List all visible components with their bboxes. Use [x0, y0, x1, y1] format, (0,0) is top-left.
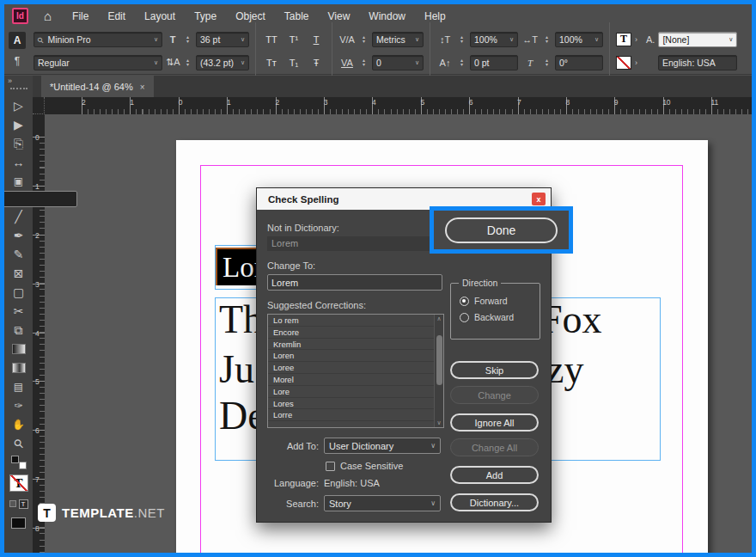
- suggestion-item[interactable]: Lores: [268, 398, 443, 410]
- menu-layout[interactable]: Layout: [144, 10, 175, 22]
- change-all-button[interactable]: Change All: [450, 438, 539, 456]
- type-tool[interactable]: T: [0, 191, 77, 207]
- eyedropper-tool[interactable]: ✑: [4, 396, 33, 415]
- screen-mode-button[interactable]: [4, 513, 33, 532]
- font-size-stepper[interactable]: ▴▾: [183, 35, 192, 44]
- menu-edit[interactable]: Edit: [107, 10, 125, 22]
- suggestions-scrollbar[interactable]: ∧ ∨: [434, 315, 443, 427]
- pen-tool[interactable]: ✒: [4, 226, 33, 245]
- vertical-scale-icon: ↕T: [436, 34, 454, 45]
- direct-selection-tool[interactable]: ▶: [4, 115, 33, 134]
- ignore-all-button[interactable]: Ignore All: [450, 413, 539, 432]
- tab-close-icon[interactable]: ×: [140, 83, 145, 92]
- suggestion-item[interactable]: Loree: [268, 362, 443, 374]
- scroll-down-icon[interactable]: ∨: [435, 419, 443, 427]
- baseline-shift-combo[interactable]: 0 pt: [470, 55, 518, 70]
- menu-help[interactable]: Help: [424, 10, 446, 22]
- baseline-shift-stepper[interactable]: ▴▾: [457, 58, 466, 67]
- fill-expand-icon[interactable]: ›: [635, 35, 637, 44]
- done-button[interactable]: Done: [445, 217, 558, 243]
- stroke-expand-icon[interactable]: ›: [635, 58, 637, 67]
- document-tab[interactable]: *Untitled-14 @ 64% ×: [41, 76, 154, 98]
- menu-window[interactable]: Window: [369, 10, 405, 22]
- scissors-tool[interactable]: ✂: [4, 302, 33, 321]
- rectangle-tool[interactable]: ▢: [4, 283, 33, 302]
- strikethrough-button[interactable]: Ŧ: [307, 55, 326, 70]
- dictionary-button[interactable]: Dictionary...: [450, 493, 539, 511]
- swap-fill-stroke[interactable]: [4, 453, 33, 472]
- leading-stepper[interactable]: ▴▾: [183, 58, 192, 67]
- horizontal-scale-combo[interactable]: 100%∨: [555, 32, 603, 47]
- character-style-combo[interactable]: [None]∨: [658, 32, 737, 47]
- apply-to-row[interactable]: T: [4, 494, 33, 513]
- vertical-scale-combo[interactable]: 100%∨: [470, 32, 518, 47]
- text-none-fill-icon: T: [9, 474, 28, 492]
- skew-stepper[interactable]: ▴▾: [542, 58, 552, 67]
- gradient-swatch-tool[interactable]: [4, 340, 33, 358]
- change-button[interactable]: Change: [450, 386, 539, 404]
- vertical-scale-stepper[interactable]: ▴▾: [457, 35, 466, 44]
- suggestion-item[interactable]: Encore: [268, 327, 443, 339]
- panel-expand-icon[interactable]: »: [8, 77, 12, 85]
- search-dropdown[interactable]: Story∨: [324, 495, 441, 511]
- character-formatting-button[interactable]: A: [9, 32, 26, 49]
- note-tool[interactable]: ▤: [4, 377, 33, 396]
- line-tool[interactable]: ╱: [4, 207, 33, 226]
- backward-radio[interactable]: [460, 313, 469, 322]
- underline-button[interactable]: T: [307, 32, 326, 47]
- paragraph-formatting-button[interactable]: ¶: [9, 52, 26, 70]
- ruler-origin-box[interactable]: [33, 97, 45, 114]
- case-sensitive-checkbox[interactable]: [326, 462, 335, 471]
- font-family-combo[interactable]: ⚲ Minion Pro∨: [34, 32, 162, 47]
- suggestion-item[interactable]: Lorre: [268, 409, 443, 421]
- language-combo[interactable]: English: USA: [658, 55, 737, 70]
- home-icon[interactable]: ⌂: [44, 9, 52, 23]
- skip-button[interactable]: Skip: [450, 361, 539, 379]
- suggestion-item[interactable]: Morel: [268, 374, 443, 386]
- menu-view[interactable]: View: [328, 10, 351, 22]
- frame-tool[interactable]: ⊠: [4, 264, 33, 283]
- subscript-button[interactable]: T₁: [284, 55, 303, 70]
- skew-combo[interactable]: 0°: [555, 55, 603, 70]
- menu-object[interactable]: Object: [235, 10, 265, 22]
- superscript-button[interactable]: T¹: [284, 32, 303, 47]
- horizontal-scale-stepper[interactable]: ▴▾: [542, 35, 552, 44]
- pencil-tool[interactable]: ✎: [4, 245, 33, 264]
- forward-radio[interactable]: [460, 297, 469, 306]
- selection-tool[interactable]: ▷: [4, 96, 33, 115]
- text-fill-swatch[interactable]: T: [616, 33, 631, 46]
- all-caps-button[interactable]: TT: [262, 32, 281, 47]
- suggestion-item[interactable]: Lo rem: [268, 315, 443, 327]
- font-size-combo[interactable]: 36 pt∨: [196, 32, 249, 47]
- add-button[interactable]: Add: [450, 466, 539, 484]
- dialog-close-button[interactable]: x: [532, 193, 546, 205]
- scrollbar-thumb[interactable]: [436, 335, 442, 385]
- gradient-feather-tool[interactable]: [4, 358, 33, 377]
- scroll-up-icon[interactable]: ∧: [435, 315, 443, 323]
- leading-combo[interactable]: (43.2 pt)∨: [196, 55, 249, 70]
- change-to-input[interactable]: [267, 274, 442, 291]
- suggestion-item[interactable]: Kremlin: [268, 339, 443, 351]
- page-tool[interactable]: ⎘: [4, 134, 33, 153]
- suggestions-list[interactable]: Lo rem Encore Kremlin Loren Loree Morel …: [267, 314, 444, 428]
- menu-table[interactable]: Table: [284, 10, 309, 22]
- free-transform-tool[interactable]: ⧉: [4, 321, 33, 340]
- small-caps-button[interactable]: Tᴛ: [262, 55, 281, 70]
- vertical-ruler[interactable]: 012345678: [33, 114, 45, 553]
- text-fill-indicator[interactable]: T: [4, 472, 33, 494]
- content-collector-tool[interactable]: ▣: [4, 172, 33, 191]
- tracking-stepper[interactable]: ▴▾: [359, 58, 369, 67]
- suggestion-item[interactable]: Lore: [268, 386, 443, 398]
- text-stroke-swatch[interactable]: [616, 56, 631, 70]
- suggestion-item[interactable]: Loren: [268, 350, 443, 362]
- menu-file[interactable]: File: [72, 10, 88, 22]
- menu-type[interactable]: Type: [194, 10, 216, 22]
- add-to-dropdown[interactable]: User Dictionary∨: [324, 438, 441, 454]
- horizontal-ruler[interactable]: 2101234567891011: [45, 97, 752, 114]
- kerning-stepper[interactable]: ▴▾: [359, 35, 369, 44]
- gap-tool[interactable]: ↔: [4, 153, 33, 172]
- panel-grip[interactable]: [10, 88, 27, 89]
- font-style-combo[interactable]: Regular∨: [34, 55, 162, 70]
- kerning-combo[interactable]: Metrics∨: [372, 32, 424, 47]
- tracking-combo[interactable]: 0∨: [372, 55, 424, 70]
